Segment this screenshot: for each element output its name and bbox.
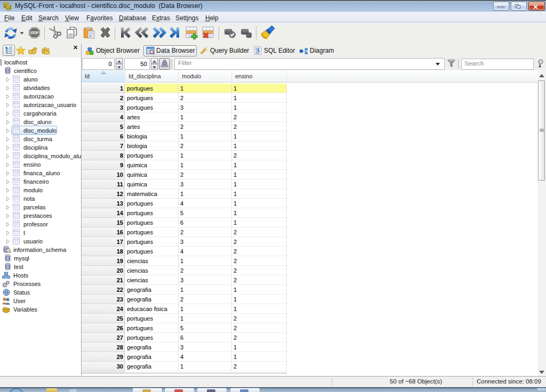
svg-text:STOP: STOP — [30, 31, 39, 35]
